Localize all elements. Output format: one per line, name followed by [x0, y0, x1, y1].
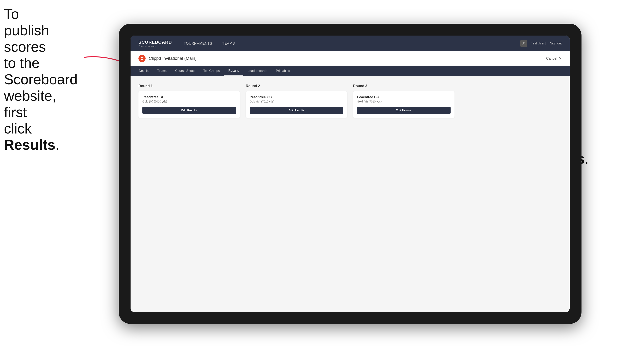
tablet-frame: SCOREBOARD Powered by clippd TOURNAMENTS…	[119, 24, 582, 324]
tournament-title: Clippd Invitational (Main)	[149, 56, 196, 61]
nav-user-label: Test User |	[531, 42, 546, 45]
tab-printables[interactable]: Printables	[272, 66, 294, 76]
tab-results[interactable]: Results	[224, 66, 243, 76]
tournament-header: C Clippd Invitational (Main) Cancel ✕	[130, 51, 570, 66]
instruction-left: To publish scores to the Scoreboard webs…	[4, 6, 61, 153]
round-1-column: Round 1 Peachtree GC Gold (M) (7010 yds)…	[138, 84, 240, 118]
round-1-card: Peachtree GC Gold (M) (7010 yds) Edit Re…	[138, 91, 240, 118]
round-2-card: Peachtree GC Gold (M) (7010 yds) Edit Re…	[246, 91, 347, 118]
edit-results-btn-2[interactable]: Edit Results	[250, 107, 343, 114]
navbar: SCOREBOARD Powered by clippd TOURNAMENTS…	[130, 35, 570, 51]
user-avatar-icon	[520, 40, 527, 47]
cancel-button[interactable]: Cancel ✕	[546, 56, 562, 61]
tab-teams[interactable]: Teams	[153, 66, 171, 76]
nav-teams[interactable]: TEAMS	[222, 41, 235, 46]
round-2-course: Peachtree GC	[250, 95, 343, 99]
round-2-detail: Gold (M) (7010 yds)	[250, 100, 343, 103]
rounds-grid: Round 1 Peachtree GC Gold (M) (7010 yds)…	[138, 84, 562, 118]
tablet-screen: SCOREBOARD Powered by clippd TOURNAMENTS…	[130, 35, 570, 312]
round-1-course: Peachtree GC	[142, 95, 236, 99]
nav-right: Test User | Sign out	[520, 40, 562, 47]
round-3-card: Peachtree GC Gold (M) (7010 yds) Edit Re…	[353, 91, 454, 118]
round-2-column: Round 2 Peachtree GC Gold (M) (7010 yds)…	[246, 84, 347, 118]
round-1-title: Round 1	[138, 84, 240, 88]
tab-leaderboards[interactable]: Leaderboards	[243, 66, 272, 76]
nav-signout[interactable]: Sign out	[550, 42, 562, 45]
round-4-column-empty	[460, 84, 562, 118]
round-2-title: Round 2	[246, 84, 347, 88]
edit-results-btn-1[interactable]: Edit Results	[142, 107, 236, 114]
tab-tee-groups[interactable]: Tee Groups	[199, 66, 224, 76]
round-3-column: Round 3 Peachtree GC Gold (M) (7010 yds)…	[353, 84, 454, 118]
tab-details[interactable]: Details	[134, 66, 153, 76]
nav-tournaments[interactable]: TOURNAMENTS	[184, 41, 212, 46]
nav-logo-title: SCOREBOARD	[138, 40, 172, 45]
round-1-detail: Gold (M) (7010 yds)	[142, 100, 236, 103]
tournament-icon: C	[138, 55, 146, 62]
tab-course-setup[interactable]: Course Setup	[171, 66, 199, 76]
edit-results-btn-3[interactable]: Edit Results	[357, 107, 450, 114]
close-icon: ✕	[559, 56, 562, 61]
round-3-course: Peachtree GC	[357, 95, 450, 99]
nav-links: TOURNAMENTS TEAMS	[184, 41, 235, 46]
round-3-title: Round 3	[353, 84, 454, 88]
round-3-detail: Gold (M) (7010 yds)	[357, 100, 450, 103]
main-content: Round 1 Peachtree GC Gold (M) (7010 yds)…	[130, 76, 570, 312]
svg-point-2	[523, 42, 524, 44]
nav-logo: SCOREBOARD Powered by clippd	[138, 40, 172, 47]
nav-logo-sub: Powered by clippd	[138, 45, 172, 47]
tab-bar: Details Teams Course Setup Tee Groups Re…	[130, 66, 570, 76]
